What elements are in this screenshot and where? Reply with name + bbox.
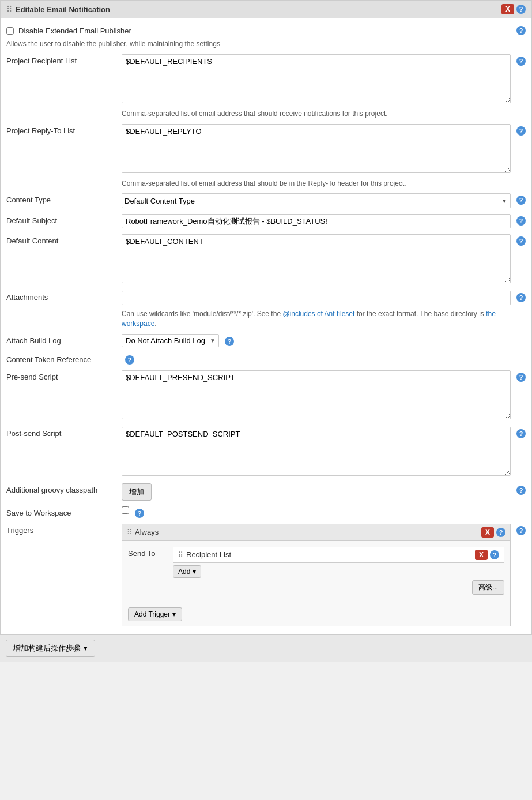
pre-send-script-help: ? [516, 370, 526, 382]
advanced-row: 高级... [173, 578, 504, 597]
default-content-help-icon[interactable]: ? [516, 236, 526, 246]
content-type-select[interactable]: Default Content Type HTML Plain Text Bot… [122, 193, 511, 208]
pre-send-script-label: Pre-send Script [6, 370, 122, 381]
default-subject-input-col: RobotFramework_Demo自动化测试报告 - $BUILD_STAT… [122, 214, 526, 228]
post-send-script-input-col: $DEFAULT_POSTSEND_SCRIPT ? [122, 427, 526, 478]
project-reply-to-input[interactable]: $DEFAULT_REPLYTO [122, 124, 511, 173]
advanced-button[interactable]: 高级... [472, 580, 504, 595]
project-recipient-list-help-icon[interactable]: ? [516, 57, 526, 66]
attachments-help-icon[interactable]: ? [516, 293, 526, 302]
panel-close-button[interactable]: X [501, 4, 514, 14]
save-to-workspace-help-icon[interactable]: ? [135, 509, 144, 518]
always-trigger-close-button[interactable]: X [481, 527, 494, 538]
save-to-workspace-help: ? [135, 506, 144, 518]
panel-title: Editable Email Notification [16, 5, 110, 14]
bottom-bar: 增加构建后操作步骤 ▾ [0, 634, 532, 662]
panel-header-right: X ? [501, 4, 526, 14]
always-trigger-header-left: ⠿ Always [127, 528, 159, 536]
project-reply-to-help: ? [516, 124, 526, 136]
send-to-add-button[interactable]: Add ▾ [173, 565, 201, 578]
project-recipient-list-label: Project Recipient List [6, 54, 122, 65]
default-subject-input[interactable]: RobotFramework_Demo自动化测试报告 - $BUILD_STAT… [122, 214, 511, 228]
recipient-list-help-icon[interactable]: ? [490, 550, 499, 559]
post-send-script-inner: $DEFAULT_POSTSEND_SCRIPT [122, 427, 511, 478]
default-content-row: Default Content $DEFAULT_CONTENT ? [1, 231, 531, 288]
disable-extended-help-icon[interactable]: ? [516, 26, 526, 35]
editable-email-notification-panel: ⠿ Editable Email Notification X ? Disabl… [0, 0, 532, 634]
attach-build-log-select[interactable]: Do Not Attach Build Log Attach Build Log… [122, 334, 219, 347]
default-content-input-col: $DEFAULT_CONTENT ? [122, 234, 526, 285]
attach-build-log-help-icon[interactable]: ? [225, 337, 234, 346]
add-post-build-step-label: 增加构建后操作步骤 [13, 643, 81, 653]
triggers-input-col: ⠿ Always X ? Send To [122, 524, 526, 626]
drag-handle-icon[interactable]: ⠿ [6, 5, 12, 14]
default-subject-help: ? [516, 214, 526, 226]
project-reply-to-inner: $DEFAULT_REPLYTO [122, 124, 511, 175]
default-subject-inner: RobotFramework_Demo自动化测试报告 - $BUILD_STAT… [122, 214, 511, 228]
attachments-hint-link[interactable]: @includes of Ant fileset [282, 310, 354, 318]
save-to-workspace-checkbox[interactable] [122, 506, 129, 514]
recipient-drag-handle-icon[interactable]: ⠿ [178, 551, 183, 559]
content-type-help-icon[interactable]: ? [516, 196, 526, 205]
add-post-build-step-button[interactable]: 增加构建后操作步骤 ▾ [6, 640, 95, 657]
recipient-list-label: Recipient List [186, 550, 231, 559]
triggers-row: Triggers ⠿ Always X ? [1, 521, 531, 629]
post-send-script-help-icon[interactable]: ? [516, 429, 526, 438]
post-send-script-row: Post-send Script $DEFAULT_POSTSEND_SCRIP… [1, 424, 531, 480]
additional-groovy-help: ? [516, 483, 526, 495]
pre-send-script-row: Pre-send Script $DEFAULT_PRESEND_SCRIPT … [1, 367, 531, 424]
default-content-label: Default Content [6, 234, 122, 245]
attach-build-log-help: ? [225, 335, 234, 346]
send-to-content: ⠿ Recipient List X ? [173, 547, 504, 597]
always-trigger-header-right: X ? [481, 527, 505, 538]
default-subject-help-icon[interactable]: ? [516, 216, 526, 226]
additional-groovy-add-button[interactable]: 增加 [122, 483, 152, 501]
content-type-label: Content Type [6, 193, 122, 204]
post-send-script-label: Post-send Script [6, 427, 122, 438]
disable-extended-label: Disable Extended Email Publisher [18, 27, 131, 35]
additional-groovy-inner: 增加 [122, 483, 511, 501]
always-trigger-help-icon[interactable]: ? [496, 528, 505, 537]
always-drag-handle-icon[interactable]: ⠿ [127, 528, 132, 536]
pre-send-script-input[interactable]: $DEFAULT_PRESEND_SCRIPT [122, 370, 511, 419]
attachments-row: Attachments ? [1, 288, 531, 308]
recipient-list-panel: ⠿ Recipient List X ? [173, 547, 504, 563]
always-trigger-header: ⠿ Always X ? [122, 524, 510, 541]
add-trigger-chevron-icon: ▾ [172, 610, 176, 618]
triggers-label: Triggers [6, 524, 122, 535]
content-type-select-wrapper: Default Content Type HTML Plain Text Bot… [122, 193, 511, 208]
project-reply-to-hint: Comma-separated list of email address th… [1, 178, 531, 191]
send-to-row: Send To ⠿ Recipient List [128, 544, 504, 599]
attachments-hint-pre: Can use wildcards like 'module/dist/**/*… [122, 310, 282, 318]
project-recipient-list-row: Project Recipient List $DEFAULT_RECIPIEN… [1, 51, 531, 108]
post-send-script-input[interactable]: $DEFAULT_POSTSEND_SCRIPT [122, 427, 511, 476]
attachments-input-col: ? [122, 291, 526, 305]
project-reply-to-help-icon[interactable]: ? [516, 126, 526, 136]
send-to-label: Send To [128, 547, 168, 558]
attach-build-log-label: Attach Build Log [6, 334, 122, 345]
form-body: Disable Extended Email Publisher ? Allow… [1, 18, 531, 634]
project-reply-to-row: Project Reply-To List $DEFAULT_REPLYTO ? [1, 121, 531, 178]
default-content-inner: $DEFAULT_CONTENT [122, 234, 511, 285]
attachments-input[interactable] [122, 291, 511, 305]
additional-groovy-help-icon[interactable]: ? [516, 486, 526, 495]
content-type-row: Content Type Default Content Type HTML P… [1, 190, 531, 211]
triggers-help: ? [516, 524, 526, 535]
project-recipient-list-hint: Comma-separated list of email address th… [1, 108, 531, 121]
add-trigger-button[interactable]: Add Trigger ▾ [128, 607, 182, 621]
pre-send-script-help-icon[interactable]: ? [516, 373, 526, 382]
always-trigger-label: Always [135, 528, 159, 536]
project-recipient-list-input[interactable]: $DEFAULT_RECIPIENTS [122, 54, 511, 103]
disable-extended-row: Disable Extended Email Publisher ? [1, 23, 531, 38]
content-type-input-col: Default Content Type HTML Plain Text Bot… [122, 193, 526, 208]
panel-help-icon[interactable]: ? [516, 5, 526, 14]
disable-extended-checkbox[interactable] [6, 27, 14, 35]
content-token-reference-help: ? [125, 353, 134, 365]
attachments-hint: Can use wildcards like 'module/dist/**/*… [1, 308, 531, 331]
recipient-list-close-button[interactable]: X [475, 550, 488, 560]
send-to-add-chevron-icon: ▾ [193, 568, 196, 576]
default-content-input[interactable]: $DEFAULT_CONTENT [122, 234, 511, 283]
triggers-help-icon[interactable]: ? [516, 526, 526, 535]
content-token-reference-help-icon[interactable]: ? [125, 355, 134, 365]
attach-build-log-select-wrapper: Do Not Attach Build Log Attach Build Log… [122, 334, 219, 347]
